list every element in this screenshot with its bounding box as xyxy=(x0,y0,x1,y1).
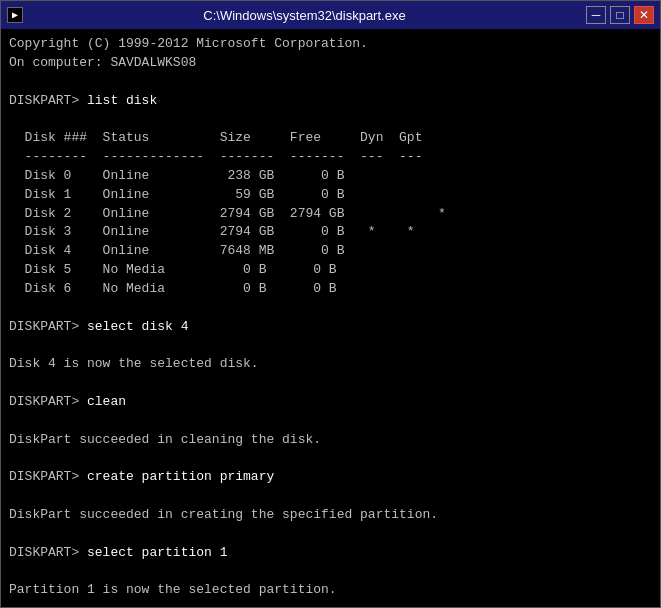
window: ▶ C:\Windows\system32\diskpart.exe ─ □ ✕… xyxy=(0,0,661,608)
title-bar-buttons: ─ □ ✕ xyxy=(586,6,654,24)
console-output: Copyright (C) 1999-2012 Microsoft Corpor… xyxy=(1,29,660,607)
minimize-button[interactable]: ─ xyxy=(586,6,606,24)
close-button[interactable]: ✕ xyxy=(634,6,654,24)
window-title: C:\Windows\system32\diskpart.exe xyxy=(23,8,586,23)
window-icon: ▶ xyxy=(7,7,23,23)
restore-button[interactable]: □ xyxy=(610,6,630,24)
title-bar: ▶ C:\Windows\system32\diskpart.exe ─ □ ✕ xyxy=(1,1,660,29)
